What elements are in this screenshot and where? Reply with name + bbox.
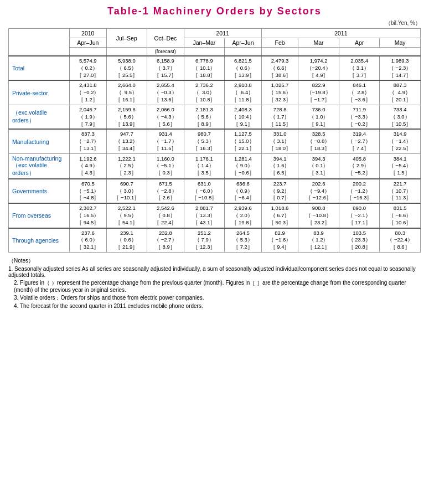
data-cell-r7-c7: 103.5 （ 23.3） ［ 20.8］ [339,228,380,253]
data-cell-r0-c2: 6,158.9 （ 3.7） ［ 15.7］ [147,56,184,80]
data-cell-r2-c5: 728.8 （ 1.7） ［ 11.5］ [261,105,298,129]
col-header-2011a: 2011 [184,29,261,38]
row-label-7: Through agencies [9,228,70,253]
data-cell-r7-c3: 251.2 （ 7.9） ［ 12.3］ [184,228,225,253]
data-cell-r0-c0: 5,574.9 （ 0.2） ［ 27.0］ [70,56,107,80]
main-table: 2010 Jul–Sep Oct–Dec 2011 2011 Apr–Jun J… [8,28,421,253]
data-cell-r2-c0: 2,045.7 （ 1.9） ［ 7.9］ [70,105,107,129]
data-cell-r0-c8: 1,989.3 （ −2.3） ［ 14.7］ [380,56,421,80]
data-cell-r2-c3: 2,181.3 （ 5.6） ［ 8.9］ [184,105,225,129]
data-cell-r2-c6: 736.0 （ 1.0） ［ 9.1］ [298,105,339,129]
col-header-empty [9,29,70,56]
col-header-aprjun2011: Apr–Jun [225,38,262,48]
col-subheader-feb [184,48,225,56]
data-cell-r0-c1: 5,938.0 （ 6.5） ［ 25.5］ [106,56,147,80]
data-cell-r5-c6: 202.6 （ −9.4） ［ −12.6］ [298,179,339,203]
unit-label: （bil.Yen, %） [8,19,421,27]
data-cell-r6-c5: 1,018.6 （ 6.7） ［ 50.3］ [261,203,298,228]
data-cell-r4-c0: 1,192.6 （ 4.9） ［ 4.3］ [70,153,107,179]
data-cell-r4-c8: 384.1 （ −5.4） ［ 1.5］ [380,153,421,179]
data-cell-r3-c8: 314.9 （ −1.4） ［ 22.5］ [380,129,421,153]
data-cell-r7-c2: 232.8 （ −2.7） ［ 8.9］ [147,228,184,253]
data-cell-r1-c1: 2,664.0 （ 9.5） ［ 16.1］ [106,80,147,105]
data-cell-r5-c2: 671.5 （ −2.8） ［ 2.6］ [147,179,184,203]
data-cell-r3-c2: 931.4 （ −1.7） ［ 11.5］ [147,129,184,153]
col-header-feb: Feb [261,38,298,48]
data-cell-r3-c5: 331.0 （ 3.1） ［ 18.0］ [261,129,298,153]
col-subheader-may [298,48,339,56]
data-cell-r1-c5: 1,025.7 （ 15.6） ［ 32.3］ [261,80,298,105]
data-cell-r1-c6: 822.9 （−19.8） ［ −1.7］ [298,80,339,105]
row-label-5: Governments [9,179,70,203]
data-cell-r6-c1: 2,522.1 （ 9.5） ［ 54.1］ [106,203,147,228]
col-header-julsep: Jul–Sep [106,29,147,48]
col-header-mar: Mar [298,38,339,48]
data-cell-r7-c8: 80.3 （ −22.4） ［ 8.6］ [380,228,421,253]
note-item-0: 1. Seasonally adjusted series.As all ser… [8,266,421,278]
page-title: Table-1 Machinery Orders by Sectors [8,6,421,17]
data-cell-r1-c4: 2,910.8 （ 6.4） ［ 11.8］ [225,80,262,105]
data-cell-r3-c1: 947.7 （ 13.2） ［ 34.4］ [106,129,147,153]
row-label-0: Total [9,56,70,80]
col-header-aprjun2010: Apr–Jun [70,38,107,48]
data-cell-r3-c0: 837.3 （ −2.7） ［ 13.1］ [70,129,107,153]
data-cell-r3-c6: 328.5 （ −0.8） ［ 18.3］ [298,129,339,153]
row-label-6: From overseas [9,203,70,228]
col-header-octdec: Oct–Dec [147,29,184,48]
data-cell-r7-c0: 237.6 （ 6.0） ［ 32.1］ [70,228,107,253]
data-cell-r5-c4: 636.6 （ 0.9） ［ −6.4］ [225,179,262,203]
col-subheader-janmar [106,48,147,56]
data-cell-r2-c8: 733.4 （ 3.0） ［ 10.5］ [380,105,421,129]
row-label-4: Non-manufacturing （exc.volatile orders） [9,153,70,179]
data-cell-r0-c5: 2,479.3 （ 6.6） ［ 38.6］ [261,56,298,80]
data-cell-r7-c6: 83.9 （ 1.2） ［ 12.1］ [298,228,339,253]
data-cell-r1-c8: 887.3 （ 4.9） ［ 20.1］ [380,80,421,105]
data-cell-r2-c2: 2,066.0 （ −4.3） ［ 5.6］ [147,105,184,129]
data-cell-r3-c7: 319.4 （ −2.7） ［ 7.4］ [339,129,380,153]
note-item-3: 4. The forecast for the second quarter i… [8,303,421,309]
data-cell-r6-c8: 831.5 （ −6.6） ［ 10.6］ [380,203,421,228]
note-item-2: 3. Volatile orders：Orders for ships and … [8,294,421,302]
col-subheader-apr [261,48,298,56]
data-cell-r7-c5: 82.9 （ −1.6） ［ 9.4］ [261,228,298,253]
data-cell-r3-c4: 1,127.5 （ 15.0） ［ 22.1］ [225,129,262,153]
row-label-2: （exc.volatile orders） [9,105,70,129]
data-cell-r3-c3: 980.7 （ 5.3） ［ 16.3］ [184,129,225,153]
col-subheader-aprjun [70,48,107,56]
col-header-may: May [380,38,421,48]
data-cell-r6-c0: 2,302.7 （ 16.5） ［ 94.5］ [70,203,107,228]
data-cell-r4-c4: 1,281.4 （ 9.0） ［ −0.6］ [225,153,262,179]
data-cell-r2-c7: 711.9 （ −3.3） ［ −0.2］ [339,105,380,129]
col-subheader-forecast: (forecast) [147,48,184,56]
data-cell-r5-c0: 670.5 （ −5.1） ［ −4.8］ [70,179,107,203]
data-cell-r6-c3: 2,881.7 （ 13.3） ［ 43.1］ [184,203,225,228]
col-header-apr: Apr [339,38,380,48]
data-cell-r4-c5: 394.1 （ 1.6） ［ 6.5］ [261,153,298,179]
notes-label: （Notes） [8,257,421,265]
col-header-janmar: Jan–Mar [184,38,225,48]
data-cell-r2-c4: 2,408.3 （ 10.4） ［ 9.1］ [225,105,262,129]
col-header-2010: 2010 [70,29,107,38]
data-cell-r7-c1: 239.1 （ 0.6） ［ 21.9］ [106,228,147,253]
data-cell-r5-c7: 200.2 （ −1.2） ［ −16.3］ [339,179,380,203]
data-cell-r4-c6: 394.3 （ 0.1） ［ 3.1］ [298,153,339,179]
col-header-2011b: 2011 [261,29,420,38]
data-cell-r6-c2: 2,542.6 （ 0.8） ［ 22.4］ [147,203,184,228]
data-cell-r6-c4: 2,939.6 （ 2.0） ［ 19.8］ [225,203,262,228]
data-cell-r1-c3: 2,736.2 （ 3.0） ［ 10.8］ [184,80,225,105]
note-item-1: 2. Figures in（ ）represent the percentage… [8,279,421,293]
row-label-3: Manufacturing [9,129,70,153]
data-cell-r0-c7: 2,035.4 （ 3.1） ［ 3.7］ [339,56,380,80]
data-cell-r6-c7: 890.0 （ −2.1） ［ 17.1］ [339,203,380,228]
data-cell-r1-c2: 2,655.4 （ −0.3） ［ 13.6］ [147,80,184,105]
data-cell-r2-c1: 2,159.6 （ 5.6） ［ 13.9］ [106,105,147,129]
data-cell-r4-c1: 1,222.1 （ 2.5） ［ 2.3］ [106,153,147,179]
row-label-1: Private-sector [9,80,70,105]
col-subheader-mar [225,48,262,56]
data-cell-r4-c7: 405.8 （ 2.9） ［ −5.2］ [339,153,380,179]
data-cell-r7-c4: 264.5 （ 5.3） ［ 7.2］ [225,228,262,253]
data-cell-r0-c6: 1,974.2 （−20.4） ［ 4.9］ [298,56,339,80]
data-cell-r6-c6: 908.8 （ −10.8） ［ 23.2］ [298,203,339,228]
data-cell-r0-c3: 6,778.9 （ 10.1） ［ 18.8］ [184,56,225,80]
data-cell-r1-c0: 2,431.8 （ −0.2） ［ 1.2］ [70,80,107,105]
